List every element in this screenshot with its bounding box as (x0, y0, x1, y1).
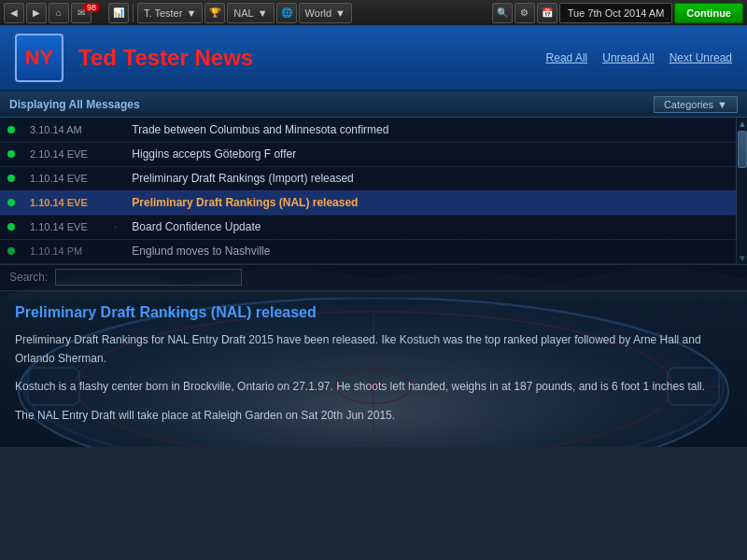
continue-button[interactable]: Continue (674, 3, 743, 23)
search-button[interactable]: 🔍 (492, 3, 513, 23)
trophy-button[interactable]: 🏆 (204, 3, 225, 23)
manager-dropdown[interactable]: T. Tester ▼ (137, 3, 203, 23)
categories-arrow: ▼ (717, 99, 727, 110)
article-body: Preliminary Draft Rankings for NAL Entry… (15, 330, 732, 426)
categories-button[interactable]: Categories ▼ (654, 96, 738, 113)
settings-button[interactable]: ⚙ (514, 3, 535, 23)
inbox-badge: 98 (84, 3, 99, 12)
world-arrow: ▼ (335, 7, 345, 19)
message-list-title: Displaying All Messages (9, 98, 654, 111)
unread-dot-cell (0, 190, 22, 215)
unread-dot-cell (0, 118, 22, 142)
unread-dot (7, 126, 15, 133)
message-text: Preliminary Draft Rankings (NAL) release… (124, 190, 747, 215)
read-all-button[interactable]: Read All (546, 51, 588, 64)
badge-text: NY (25, 46, 54, 70)
message-date: 2.10.14 EVE (22, 142, 106, 166)
league-label: NAL (233, 7, 253, 19)
message-separator (106, 190, 124, 215)
calendar-button[interactable]: 📅 (537, 3, 557, 23)
dropdown-arrow: ▼ (186, 7, 196, 19)
team-badge: NY (15, 34, 63, 82)
message-date: 3.10.14 AM (22, 118, 106, 142)
page-title: Ted Tester News (78, 45, 253, 71)
message-row[interactable]: 1.10.14 EVE·Board Confidence Update (0, 215, 747, 239)
scroll-up-arrow[interactable]: ▲ (737, 118, 747, 130)
article-title: Preliminary Draft Rankings (NAL) release… (15, 304, 732, 321)
message-text: Preliminary Draft Rankings (Import) rele… (124, 166, 747, 190)
league-arrow: ▼ (258, 7, 268, 19)
scrollbar-thumb[interactable] (738, 131, 747, 168)
manager-name: T. Tester (144, 7, 182, 19)
unread-dot-cell (0, 142, 22, 166)
message-text: Trade between Columbus and Minnesota con… (124, 118, 747, 142)
back-button[interactable]: ◀ (4, 3, 24, 23)
message-date: 1.10.14 EVE (22, 166, 106, 190)
message-row[interactable]: 2.10.14 EVEHiggins accepts Göteborg F of… (0, 142, 747, 166)
message-row[interactable]: 1.10.14 EVEPreliminary Draft Rankings (I… (0, 166, 747, 190)
chart-button[interactable]: 📊 (108, 3, 129, 23)
message-row[interactable]: 1.10.14 EVEPreliminary Draft Rankings (N… (0, 190, 747, 215)
topbar: ◀ ▶ ⌂ ✉ 98 📊 T. Tester ▼ 🏆 NAL ▼ 🌐 World… (0, 0, 747, 26)
league-dropdown[interactable]: NAL ▼ (227, 3, 274, 23)
unread-dot-cell (0, 215, 22, 239)
home-button[interactable]: ⌂ (49, 3, 69, 23)
message-separator (106, 166, 124, 190)
unread-dot (7, 150, 15, 158)
article-paragraph-2: Kostuch is a flashy center born in Brock… (15, 377, 732, 396)
categories-label: Categories (664, 99, 713, 110)
date-display: Tue 7th Oct 2014 AM (559, 3, 673, 23)
message-list-header: Displaying All Messages Categories ▼ (0, 91, 747, 118)
article-section: Preliminary Draft Rankings (NAL) release… (0, 291, 747, 448)
world-dropdown[interactable]: World ▼ (299, 3, 352, 23)
next-unread-button[interactable]: Next Unread (669, 51, 732, 64)
news-header: NY Ted Tester News Read All Unread All N… (0, 26, 747, 91)
message-date: 1.10.14 EVE (22, 215, 106, 239)
message-separator (106, 142, 124, 166)
article-paragraph-3: The NAL Entry Draft will take place at R… (15, 406, 732, 425)
world-label: World (305, 7, 332, 19)
unread-dot (7, 175, 15, 182)
article-content: Preliminary Draft Rankings (NAL) release… (0, 291, 747, 448)
header-actions: Read All Unread All Next Unread (546, 51, 732, 64)
date-text: Tue 7th Oct 2014 AM (568, 7, 665, 19)
message-separator (106, 118, 124, 142)
unread-all-button[interactable]: Unread All (602, 51, 654, 64)
message-date: 1.10.14 EVE (22, 190, 106, 215)
forward-button[interactable]: ▶ (26, 3, 47, 23)
message-row[interactable]: 3.10.14 AMTrade between Columbus and Min… (0, 118, 747, 142)
message-text: Board Confidence Update (124, 215, 747, 239)
separator (133, 4, 134, 22)
unread-dot-cell (0, 166, 22, 190)
message-text: Higgins accepts Göteborg F offer (124, 142, 747, 166)
unread-dot (7, 199, 15, 206)
globe-button[interactable]: 🌐 (276, 3, 297, 23)
unread-dot (7, 223, 15, 231)
message-separator: · (106, 215, 124, 239)
article-paragraph-1: Preliminary Draft Rankings for NAL Entry… (15, 330, 732, 369)
